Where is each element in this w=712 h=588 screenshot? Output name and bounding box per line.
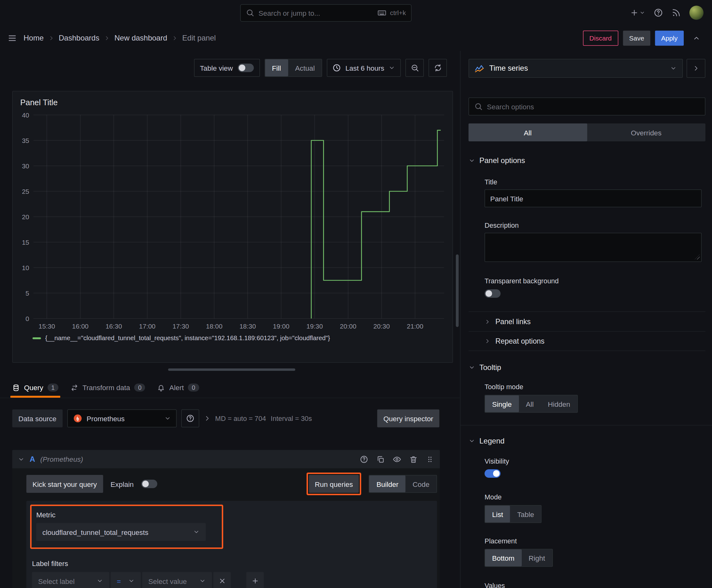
breadcrumb: Home Dashboards New dashboard Edit panel <box>24 34 576 42</box>
options-tab-all[interactable]: All <box>469 123 587 141</box>
hamburger-icon <box>7 34 17 43</box>
edit-panel-content: Table view Fill Actual Last 6 hours <box>0 51 712 588</box>
time-range-label: Last 6 hours <box>345 64 384 72</box>
options-search-input[interactable] <box>487 102 700 110</box>
search-icon <box>474 102 483 111</box>
toggle-visibility-query-button[interactable] <box>393 455 401 463</box>
discard-button[interactable]: Discard <box>583 31 618 46</box>
svg-text:25: 25 <box>22 188 29 195</box>
section-divider <box>460 425 712 426</box>
operator-value: = <box>117 577 123 585</box>
breadcrumb-home[interactable]: Home <box>24 34 44 42</box>
panel-resize-handle[interactable] <box>168 369 296 371</box>
save-button[interactable]: Save <box>623 31 650 46</box>
tooltip-mode-single[interactable]: Single <box>485 396 519 413</box>
options-tab-overrides[interactable]: Overrides <box>587 123 706 141</box>
transparent-background-toggle[interactable] <box>485 289 501 298</box>
tooltip-mode-hidden[interactable]: Hidden <box>541 396 577 413</box>
expand-options-button[interactable] <box>204 415 210 422</box>
operator-select[interactable]: = <box>111 572 141 588</box>
drag-query-handle[interactable] <box>426 455 434 463</box>
grafana-app: Search or jump to... ctrl+k <box>0 0 712 588</box>
add-filter-button[interactable] <box>246 572 264 588</box>
metric-annotation: Metric cloudflared_tunnel_total_requests <box>30 505 223 549</box>
section-tooltip[interactable]: Tooltip <box>469 363 706 372</box>
builder-option[interactable]: Builder <box>369 476 406 492</box>
description-textarea[interactable] <box>485 233 702 262</box>
grafana-logo[interactable] <box>7 6 22 20</box>
legend-mode-table[interactable]: Table <box>510 506 541 523</box>
explain-toggle[interactable] <box>141 480 157 488</box>
breadcrumb-new-dashboard[interactable]: New dashboard <box>114 34 167 42</box>
search-shortcut-label: ctrl+k <box>390 9 406 17</box>
panel-options-subsections: Panel links Repeat options <box>469 312 706 351</box>
svg-text:20:00: 20:00 <box>340 322 357 330</box>
panel-links-row[interactable]: Panel links <box>469 312 706 331</box>
tab-transform[interactable]: Transform data 0 <box>71 378 145 398</box>
query-builder-toolbar: Kick start your query Explain Run querie… <box>26 473 437 495</box>
duplicate-query-button[interactable] <box>376 455 385 463</box>
chevron-down-icon <box>469 438 475 444</box>
legend-placement-right[interactable]: Right <box>521 549 552 566</box>
search-bar[interactable]: Search or jump to... ctrl+k <box>240 4 412 22</box>
help-button[interactable] <box>654 8 663 18</box>
delete-query-button[interactable] <box>409 455 418 463</box>
label-select[interactable]: Select label <box>32 572 109 588</box>
search-placeholder: Search or jump to... <box>259 9 373 17</box>
tooltip-mode-label: Tooltip mode <box>485 383 706 391</box>
kick-start-button[interactable]: Kick start your query <box>26 475 103 493</box>
timeseries-chart[interactable]: 051015202530354015:3016:0016:3017:0017:3… <box>19 111 448 333</box>
left-scrollbar-thumb[interactable] <box>456 254 459 327</box>
legend-placement-bottom[interactable]: Bottom <box>485 549 521 566</box>
tab-alert[interactable]: Alert 0 <box>157 378 199 398</box>
actual-option[interactable]: Actual <box>288 59 322 76</box>
legend-visibility-toggle[interactable] <box>485 469 501 478</box>
panel-title-input[interactable] <box>485 189 702 207</box>
breadcrumb-dashboards[interactable]: Dashboards <box>59 34 99 42</box>
section-panel-options[interactable]: Panel options <box>469 156 706 165</box>
fill-option[interactable]: Fill <box>265 59 288 76</box>
table-view-control: Table view <box>194 59 260 77</box>
time-range-picker[interactable]: Last 6 hours <box>327 59 401 77</box>
query-row-header[interactable]: A (Prometheus) <box>12 450 440 469</box>
remove-filter-button[interactable] <box>214 572 231 588</box>
label-select-placeholder: Select label <box>38 577 92 585</box>
news-button[interactable] <box>671 8 681 18</box>
tab-alert-count: 0 <box>188 383 199 392</box>
section-legend[interactable]: Legend <box>469 437 706 445</box>
tooltip-mode-all[interactable]: All <box>519 396 541 413</box>
table-view-label: Table view <box>200 64 233 72</box>
legend-mode-list[interactable]: List <box>485 506 510 523</box>
breadcrumb-separator-icon <box>104 36 110 41</box>
chevron-down-icon <box>164 415 171 422</box>
visualization-picker[interactable]: Time series <box>469 59 683 78</box>
legend-series-name[interactable]: {__name__="cloudflared_tunnel_total_requ… <box>45 335 330 342</box>
new-menu-button[interactable] <box>630 8 645 17</box>
svg-text:17:30: 17:30 <box>172 322 189 330</box>
datasource-value: Prometheus <box>87 414 160 422</box>
user-avatar[interactable] <box>689 6 704 20</box>
run-queries-annotation: Run queries <box>306 473 361 495</box>
tab-query[interactable]: Query 1 <box>12 378 58 398</box>
apply-button[interactable]: Apply <box>655 31 684 46</box>
value-select[interactable]: Select value <box>142 572 212 588</box>
query-help-button[interactable] <box>360 455 368 463</box>
collapse-header-button[interactable] <box>688 31 705 46</box>
collapse-options-button[interactable] <box>687 59 706 78</box>
grip-icon <box>426 455 434 463</box>
plus-icon <box>251 577 259 585</box>
screen: Search or jump to... ctrl+k <box>0 0 712 588</box>
code-option[interactable]: Code <box>406 476 437 492</box>
refresh-button[interactable] <box>429 59 447 77</box>
run-queries-button[interactable]: Run queries <box>308 475 359 493</box>
datasource-help-button[interactable] <box>181 410 199 427</box>
repeat-options-row[interactable]: Repeat options <box>469 331 706 351</box>
zoom-out-button[interactable] <box>406 59 424 77</box>
tab-query-label: Query <box>24 383 43 392</box>
table-view-toggle[interactable] <box>238 64 254 72</box>
collapse-query-icon[interactable] <box>18 456 24 462</box>
datasource-picker[interactable]: Prometheus <box>67 410 176 427</box>
query-inspector-button[interactable]: Query inspector <box>377 410 439 427</box>
mega-menu-toggle[interactable] <box>7 34 17 43</box>
metric-select[interactable]: cloudflared_tunnel_total_requests <box>37 523 206 541</box>
